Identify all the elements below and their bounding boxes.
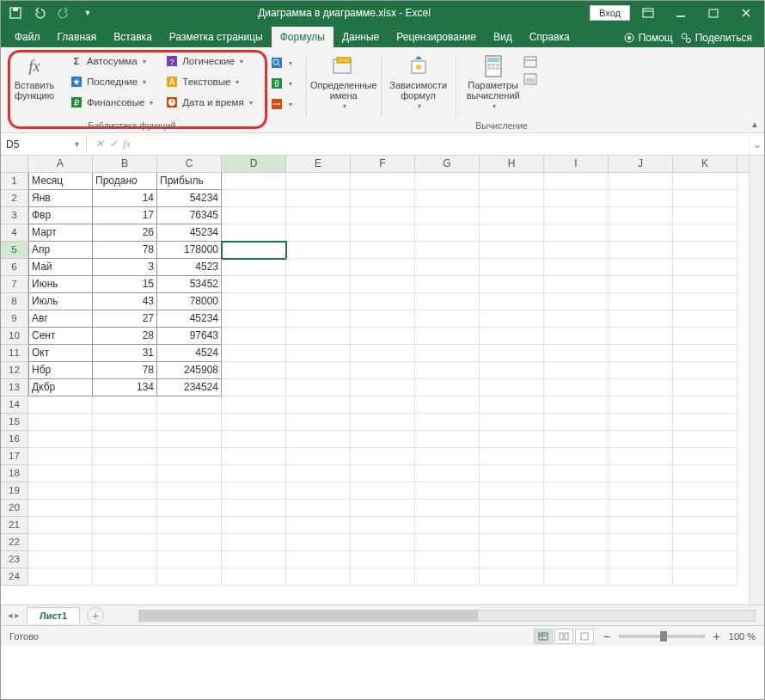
cell-I7[interactable] [544,276,609,293]
cell-K3[interactable] [673,207,737,224]
cell-I1[interactable] [544,173,609,190]
cell-K7[interactable] [673,276,737,293]
cell-I5[interactable] [544,242,609,259]
vertical-scrollbar[interactable] [749,156,764,605]
grid-body[interactable]: 1МесяцПроданоПрибыль2Янв14542343Фвр17763… [1,173,764,605]
cell-G18[interactable] [415,465,480,482]
row-header[interactable]: 17 [1,448,28,465]
cell-G2[interactable] [415,190,480,207]
cell-K5[interactable] [673,242,737,259]
cell-D18[interactable] [222,465,286,482]
cell-E3[interactable] [286,207,351,224]
cell-E4[interactable] [286,224,351,242]
cell-I21[interactable] [544,517,609,534]
col-header-C[interactable]: C [157,156,222,172]
cell-G21[interactable] [415,517,480,534]
cell-C15[interactable] [157,414,222,431]
row-header[interactable]: 19 [1,482,28,500]
undo-icon[interactable] [28,3,51,22]
tab-insert[interactable]: Вставка [105,27,161,47]
zoom-slider[interactable] [619,635,705,638]
cell-D24[interactable] [222,568,286,586]
cell-C9[interactable]: 45234 [157,310,222,328]
cell-D2[interactable] [222,190,286,207]
cell-G13[interactable] [415,379,480,396]
row-header[interactable]: 2 [1,190,28,207]
cell-G19[interactable] [415,482,480,500]
cell-C3[interactable]: 76345 [157,207,222,224]
insert-function-button[interactable]: fx Вставить функцию [8,52,61,102]
cell-C14[interactable] [157,396,222,414]
cell-H15[interactable] [480,414,544,431]
cell-C24[interactable] [157,568,222,586]
cell-H6[interactable] [480,259,544,276]
cell-H9[interactable] [480,310,544,328]
cell-A17[interactable] [28,448,93,465]
row-header[interactable]: 23 [1,551,28,568]
cell-H2[interactable] [480,190,544,207]
cell-D15[interactable] [222,414,286,431]
cell-A11[interactable]: Окт [28,345,93,362]
cell-E9[interactable] [286,310,351,328]
cell-E23[interactable] [286,551,351,568]
cell-J16[interactable] [609,431,673,448]
calc-sheet-icon[interactable] [523,73,537,85]
cell-C5[interactable]: 178000 [157,242,222,259]
cell-A6[interactable]: Май [28,259,93,276]
cell-K18[interactable] [673,465,737,482]
cell-B14[interactable] [93,396,157,414]
cell-H13[interactable] [480,379,544,396]
page-break-view-icon[interactable] [575,629,594,644]
cell-K9[interactable] [673,310,737,328]
tab-page-layout[interactable]: Разметка страницы [161,27,272,47]
cell-H19[interactable] [480,482,544,500]
cell-B9[interactable]: 27 [93,310,157,328]
cell-D5[interactable] [222,242,286,259]
cell-G4[interactable] [415,224,480,242]
cell-B3[interactable]: 17 [93,207,157,224]
col-header-H[interactable]: H [480,156,544,172]
normal-view-icon[interactable] [534,629,553,644]
cell-E15[interactable] [286,414,351,431]
cell-G9[interactable] [415,310,480,328]
cell-H3[interactable] [480,207,544,224]
cell-K16[interactable] [673,431,737,448]
cell-D21[interactable] [222,517,286,534]
cell-F6[interactable] [351,259,415,276]
col-header-K[interactable]: K [673,156,737,172]
cell-B2[interactable]: 14 [93,190,157,207]
cell-H22[interactable] [480,534,544,551]
cell-D11[interactable] [222,345,286,362]
cell-C22[interactable] [157,534,222,551]
cell-I17[interactable] [544,448,609,465]
cell-F5[interactable] [351,242,415,259]
cell-F23[interactable] [351,551,415,568]
cell-D9[interactable] [222,310,286,328]
cell-F3[interactable] [351,207,415,224]
cell-A2[interactable]: Янв [28,190,93,207]
cell-E17[interactable] [286,448,351,465]
cell-I11[interactable] [544,345,609,362]
cell-G1[interactable] [415,173,480,190]
redo-icon[interactable] [52,3,75,22]
select-all-corner[interactable] [1,156,28,172]
cell-F9[interactable] [351,310,415,328]
col-header-D[interactable]: D [222,156,286,172]
cell-G20[interactable] [415,500,480,517]
sheet-nav[interactable]: ◂▸ [1,610,27,621]
cell-D7[interactable] [222,276,286,293]
cell-J11[interactable] [609,345,673,362]
cell-H5[interactable] [480,242,544,259]
cell-K1[interactable] [673,173,737,190]
cell-I23[interactable] [544,551,609,568]
collapse-ribbon-icon[interactable]: ▲ [750,120,759,129]
cell-C11[interactable]: 4524 [157,345,222,362]
row-header[interactable]: 10 [1,328,28,345]
row-header[interactable]: 16 [1,431,28,448]
cell-G23[interactable] [415,551,480,568]
cell-I8[interactable] [544,293,609,310]
cell-B18[interactable] [93,465,157,482]
cell-A15[interactable] [28,414,93,431]
row-header[interactable]: 22 [1,534,28,551]
row-header[interactable]: 6 [1,259,28,276]
